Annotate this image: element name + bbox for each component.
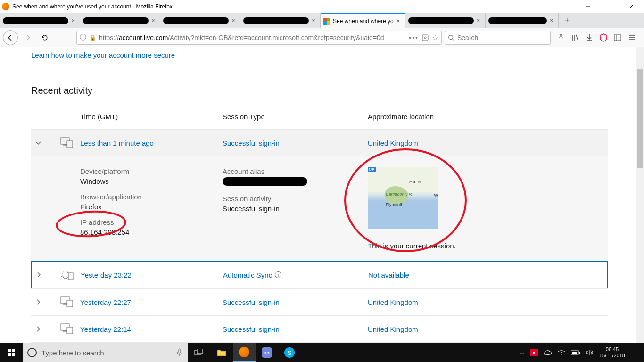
library-icon[interactable]	[570, 33, 580, 42]
row-location: United Kingdom	[368, 298, 418, 306]
row-time: Less than 1 minute ago	[80, 139, 223, 147]
scrollbar-thumb[interactable]	[637, 69, 643, 168]
discord-icon[interactable]	[256, 343, 278, 362]
activity-row[interactable]: Yesterday 23:22 Automatic Synci Not avai…	[31, 261, 608, 288]
chevron-right-icon[interactable]	[35, 272, 54, 278]
downloads-indicator-icon[interactable]	[556, 33, 566, 42]
svg-rect-27	[12, 349, 15, 352]
clock-time: 06:45	[599, 346, 625, 353]
row-location: Not available	[368, 271, 409, 279]
close-icon[interactable]: ×	[230, 17, 237, 24]
svg-rect-32	[197, 349, 203, 354]
browser-label: Browser/application	[80, 193, 223, 201]
map-label-plymouth: Plymouth	[386, 202, 404, 207]
taskbar-search[interactable]: Type here to search	[23, 343, 188, 362]
sidebar-icon[interactable]	[613, 33, 622, 42]
maximize-button[interactable]	[599, 0, 620, 13]
back-button[interactable]	[3, 30, 18, 45]
download-arrow-icon[interactable]	[585, 33, 594, 42]
col-session: Session Type	[223, 113, 368, 121]
svg-rect-29	[12, 353, 15, 356]
file-explorer-icon[interactable]	[210, 343, 233, 362]
close-icon[interactable]: ×	[69, 17, 77, 24]
info-icon[interactable]: i	[275, 272, 281, 278]
shield-icon[interactable]	[599, 33, 608, 42]
chevron-right-icon[interactable]	[35, 326, 54, 332]
search-bar[interactable]: Search	[445, 31, 551, 45]
device-pc-icon	[54, 296, 80, 308]
activity-row[interactable]: Yesterday 22:14 Successful sign-in Unite…	[31, 315, 608, 342]
bookmark-star-icon[interactable]: ☆	[432, 33, 438, 42]
forward-button[interactable]	[21, 31, 35, 45]
onedrive-icon[interactable]	[544, 350, 552, 355]
system-tray: ︿ ▾ 06:45 15/11/2018	[515, 346, 644, 359]
activity-row-expanded[interactable]: Less than 1 minute ago Successful sign-i…	[31, 129, 608, 156]
volume-icon[interactable]	[586, 349, 594, 356]
page-actions-icon[interactable]: •••	[409, 34, 419, 41]
tab-redacted-5[interactable]: ×	[405, 13, 486, 28]
window-title: See when and where you've used your acco…	[12, 3, 173, 10]
svg-rect-37	[572, 352, 577, 354]
tab-redacted-3[interactable]: ×	[160, 13, 240, 28]
close-icon[interactable]: ×	[548, 17, 555, 24]
svg-rect-15	[67, 141, 73, 148]
close-icon[interactable]: ×	[310, 17, 317, 24]
tab-redacted-6[interactable]: ×	[486, 13, 559, 28]
avira-icon[interactable]: ▾	[530, 349, 538, 356]
row-session: Automatic Synci	[223, 271, 368, 279]
reload-button[interactable]	[38, 31, 52, 45]
col-time: Time (GMT)	[80, 113, 223, 121]
firefox-taskbar-icon[interactable]	[233, 343, 256, 362]
reader-mode-icon[interactable]	[421, 34, 429, 41]
tab-label: See when and where yo	[333, 18, 394, 25]
url-text: https://account.live.com/Activity?mkt=en…	[99, 34, 406, 41]
tab-redacted-1[interactable]: ×	[0, 13, 80, 28]
col-location: Approximate location	[368, 113, 608, 121]
device-value: Windows	[80, 177, 223, 185]
battery-icon[interactable]	[571, 350, 580, 355]
content-area: Learn how to make your account more secu…	[0, 47, 644, 343]
row-location: United Kingdom	[368, 325, 418, 333]
search-icon	[448, 34, 454, 41]
close-icon[interactable]: ×	[475, 17, 482, 24]
row-time: Yesterday 23:22	[81, 271, 223, 279]
taskbar-clock[interactable]: 06:45 15/11/2018	[599, 346, 625, 359]
new-tab-button[interactable]: +	[559, 13, 576, 28]
action-center-icon[interactable]	[631, 349, 639, 356]
chevron-down-icon[interactable]	[35, 140, 54, 146]
wifi-icon[interactable]	[558, 350, 565, 355]
svg-rect-4	[422, 35, 428, 41]
svg-point-6	[449, 35, 453, 39]
tab-redacted-2[interactable]: ×	[80, 13, 160, 28]
svg-rect-8	[614, 35, 621, 41]
hamburger-menu-icon[interactable]	[627, 33, 636, 42]
site-info-icon[interactable]: ⓘ	[80, 33, 86, 42]
task-view-icon[interactable]	[188, 343, 210, 362]
alias-label: Account alias	[223, 167, 368, 175]
start-button[interactable]	[0, 343, 23, 362]
tab-active[interactable]: See when and where yo ×	[321, 13, 405, 28]
navigation-toolbar: ⓘ 🔒 https://account.live.com/Activity?mk…	[0, 28, 644, 47]
chevron-right-icon[interactable]	[35, 299, 54, 305]
tab-strip: × × × × See when and where yo × × × +	[0, 13, 644, 28]
tab-redacted-4[interactable]: ×	[240, 13, 321, 28]
svg-rect-22	[67, 327, 73, 334]
address-bar[interactable]: ⓘ 🔒 https://account.live.com/Activity?mk…	[76, 31, 442, 45]
microphone-icon[interactable]	[176, 348, 183, 357]
close-button[interactable]	[620, 0, 642, 13]
svg-rect-19	[67, 300, 73, 307]
close-icon[interactable]: ×	[395, 18, 402, 25]
vertical-scrollbar[interactable]	[636, 47, 644, 343]
firefox-icon	[2, 3, 9, 10]
taskbar-search-placeholder: Type here to search	[41, 349, 104, 357]
activity-row[interactable]: Yesterday 22:27 Successful sign-in Unite…	[31, 288, 608, 315]
svg-rect-28	[8, 353, 11, 356]
learn-more-link[interactable]: Learn how to make your account more secu…	[31, 47, 175, 59]
window-titlebar: See when and where you've used your acco…	[0, 0, 644, 13]
minimize-button[interactable]	[577, 0, 599, 13]
tray-chevron-icon[interactable]: ︿	[520, 349, 525, 356]
svg-rect-16	[68, 273, 73, 280]
map-label-dartmoor: Dartmoor N.P.	[386, 192, 412, 197]
close-icon[interactable]: ×	[149, 17, 157, 24]
skype-icon[interactable]: S	[278, 343, 301, 362]
